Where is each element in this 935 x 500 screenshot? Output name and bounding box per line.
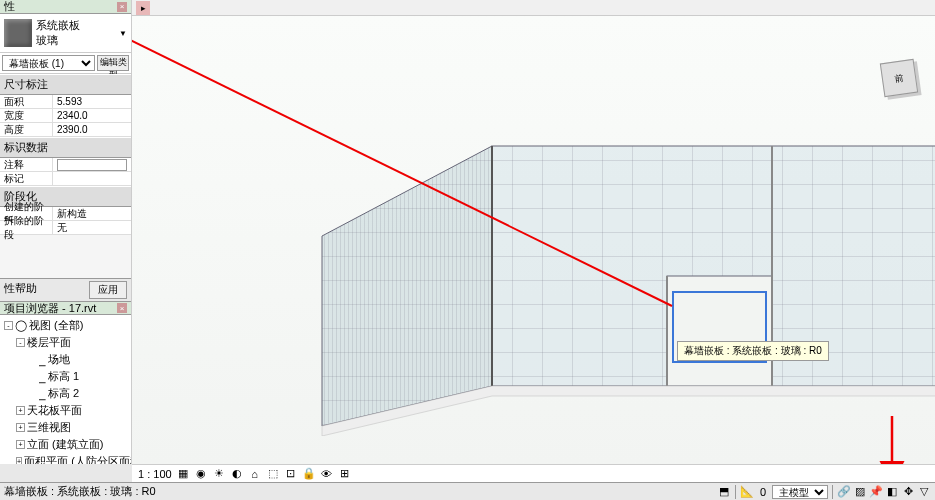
view-scale[interactable]: 1 : 100 — [138, 468, 172, 480]
comments-input[interactable] — [57, 159, 127, 171]
tree-item[interactable]: ⎯场地 — [2, 351, 129, 368]
tree-node-icon: ⎯ — [39, 388, 46, 400]
tree-toggle-icon[interactable]: + — [16, 457, 22, 464]
prop-row: 注释 — [0, 158, 131, 172]
select-links-icon[interactable]: 🔗 — [837, 485, 851, 499]
prop-row: 拆除的阶段无 — [0, 221, 131, 235]
type-line1: 系统嵌板 — [36, 18, 119, 33]
chevron-down-icon[interactable]: ▼ — [119, 29, 127, 38]
tree-item[interactable]: ⎯标高 1 — [2, 368, 129, 385]
project-browser-tree[interactable]: -◯视图 (全部)-楼层平面⎯场地⎯标高 1⎯标高 2+天花板平面+三维视图+立… — [0, 315, 131, 464]
tree-label: 立面 (建筑立面) — [27, 437, 103, 452]
tree-label: 楼层平面 — [27, 335, 71, 350]
prop-row: 宽度2340.0 — [0, 109, 131, 123]
worksets-icon[interactable]: ⬒ — [717, 485, 731, 499]
properties-title: 性 — [4, 0, 15, 14]
tree-item[interactable]: +面积平面 (人防分区面积) — [2, 453, 129, 464]
viewport-canvas[interactable]: 前 — [132, 16, 935, 464]
tree-item[interactable]: -楼层平面 — [2, 334, 129, 351]
tree-toggle-icon[interactable]: + — [16, 406, 25, 415]
tree-label: 标高 2 — [48, 386, 79, 401]
status-text: 幕墙嵌板 : 系统嵌板 : 玻璃 : R0 — [4, 484, 156, 499]
close-icon[interactable]: × — [117, 303, 127, 313]
tree-node-icon: ◯ — [15, 319, 27, 332]
tree-label: 场地 — [48, 352, 70, 367]
temp-hide-icon[interactable]: 👁 — [320, 467, 334, 481]
reveal-icon[interactable]: ⊞ — [338, 467, 352, 481]
tree-label: 标高 1 — [48, 369, 79, 384]
viewport-tab-bar: ▸ — [132, 0, 935, 16]
section-dimensions: 尺寸标注 — [0, 74, 131, 95]
tree-node-icon: ⎯ — [39, 371, 46, 383]
tree-toggle-icon[interactable]: - — [16, 338, 25, 347]
tree-item[interactable]: +立面 (建筑立面) — [2, 436, 129, 453]
viewcube[interactable]: 前 — [877, 56, 925, 104]
tree-toggle-icon[interactable]: - — [4, 321, 13, 330]
tree-item[interactable]: -◯视图 (全部) — [2, 317, 129, 334]
restore-panel-icon[interactable]: ▸ — [136, 1, 150, 15]
section-identity: 标识数据 — [0, 137, 131, 158]
svg-marker-2 — [322, 146, 492, 426]
building-model — [272, 136, 935, 436]
browser-title: 项目浏览器 - 17.rvt — [4, 301, 96, 316]
apply-button[interactable]: 应用 — [89, 281, 127, 299]
tree-item[interactable]: ⎯标高 2 — [2, 385, 129, 402]
help-row: 性帮助 应用 — [0, 278, 131, 301]
viewport: ▸ 前 — [132, 0, 935, 464]
design-options-icon[interactable]: 📐 — [740, 485, 754, 499]
edit-type-button[interactable]: 编辑类型 — [97, 55, 129, 71]
element-tooltip: 幕墙嵌板 : 系统嵌板 : 玻璃 : R0 — [677, 341, 829, 361]
properties-header: 性 × — [0, 0, 131, 14]
drag-icon[interactable]: ✥ — [901, 485, 915, 499]
prop-row: 面积5.593 — [0, 95, 131, 109]
left-panel: 性 × 系统嵌板 玻璃 ▼ 幕墙嵌板 (1) 编辑类型 尺寸标注 — [0, 0, 132, 464]
tree-node-icon: ⎯ — [39, 354, 46, 366]
browser-header: 项目浏览器 - 17.rvt × — [0, 301, 131, 315]
tree-label: 视图 (全部) — [29, 318, 83, 333]
status-zero: 0 — [756, 486, 770, 498]
detail-level-icon[interactable]: ▦ — [176, 467, 190, 481]
filter-icon[interactable]: ▽ — [917, 485, 931, 499]
shadows-icon[interactable]: ◐ — [230, 467, 244, 481]
tree-item[interactable]: +天花板平面 — [2, 402, 129, 419]
tree-label: 面积平面 (人防分区面积) — [24, 454, 131, 464]
crop-icon[interactable]: ⬚ — [266, 467, 280, 481]
tree-label: 天花板平面 — [27, 403, 82, 418]
view-control-bar: 1 : 100 ▦ ◉ ☀ ◐ ⌂ ⬚ ⊡ 🔒 👁 ⊞ — [132, 464, 935, 482]
tree-item[interactable]: +三维视图 — [2, 419, 129, 436]
rendering-icon[interactable]: ⌂ — [248, 467, 262, 481]
help-label[interactable]: 性帮助 — [4, 281, 37, 299]
model-filter-dropdown[interactable]: 主模型 — [772, 485, 828, 499]
instance-filter-row: 幕墙嵌板 (1) 编辑类型 — [0, 53, 131, 74]
crop-visible-icon[interactable]: ⊡ — [284, 467, 298, 481]
sun-path-icon[interactable]: ☀ — [212, 467, 226, 481]
type-line2: 玻璃 — [36, 33, 119, 48]
instance-filter[interactable]: 幕墙嵌板 (1) — [2, 55, 95, 71]
lock-icon[interactable]: 🔒 — [302, 467, 316, 481]
tree-toggle-icon[interactable]: + — [16, 440, 25, 449]
close-icon[interactable]: × — [117, 2, 127, 12]
prop-row: 标记 — [0, 172, 131, 186]
select-face-icon[interactable]: ◧ — [885, 485, 899, 499]
panel-type-icon — [4, 19, 32, 47]
select-underlay-icon[interactable]: ▨ — [853, 485, 867, 499]
prop-row: 高度2390.0 — [0, 123, 131, 137]
viewcube-face[interactable]: 前 — [880, 59, 918, 97]
select-pinned-icon[interactable]: 📌 — [869, 485, 883, 499]
tree-label: 三维视图 — [27, 420, 71, 435]
type-selector[interactable]: 系统嵌板 玻璃 ▼ — [0, 14, 131, 53]
tree-toggle-icon[interactable]: + — [16, 423, 25, 432]
visual-style-icon[interactable]: ◉ — [194, 467, 208, 481]
status-bar: 幕墙嵌板 : 系统嵌板 : 玻璃 : R0 ⬒ 📐 0 主模型 🔗 ▨ 📌 ◧ … — [0, 482, 935, 500]
